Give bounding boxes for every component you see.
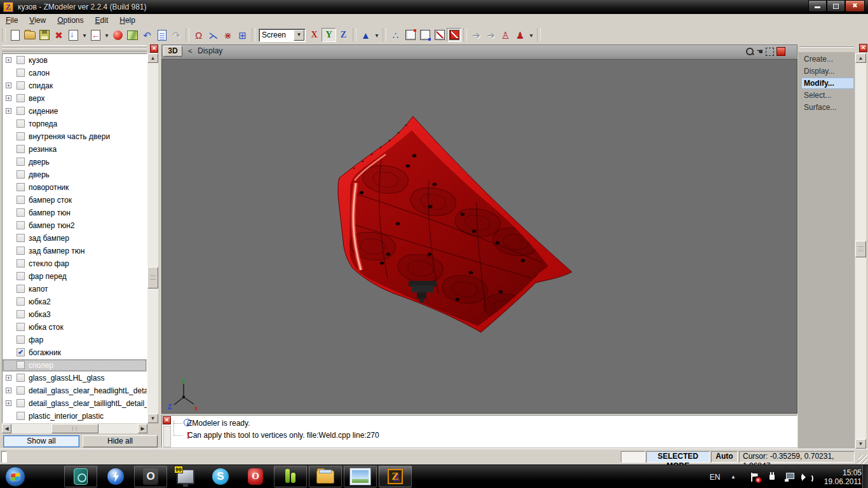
maximize-view-icon[interactable] bbox=[776, 47, 785, 56]
import-icon[interactable] bbox=[66, 28, 81, 42]
list-item-16[interactable]: стекло фар bbox=[3, 257, 147, 270]
opera-silver-taskbar-button[interactable]: O bbox=[134, 466, 167, 487]
notes-icon[interactable] bbox=[154, 28, 169, 42]
expand-icon[interactable]: + bbox=[6, 95, 11, 101]
list-item-2[interactable]: +спидак bbox=[3, 79, 147, 92]
character-dropdown[interactable]: ▾ bbox=[527, 28, 535, 42]
break-vertices-icon[interactable]: ⋇ bbox=[220, 28, 235, 42]
photo-viewer-taskbar-button[interactable] bbox=[344, 466, 377, 487]
zoom-icon[interactable] bbox=[746, 48, 754, 55]
list-item-28[interactable]: plastic_interior_plastic bbox=[3, 410, 147, 423]
breadcrumb[interactable]: Display bbox=[198, 46, 222, 55]
restore-button[interactable] bbox=[827, 0, 845, 12]
menu-file[interactable]: File bbox=[0, 14, 24, 26]
open-file-icon[interactable] bbox=[22, 28, 37, 42]
list-item-24[interactable]: сполер bbox=[3, 359, 147, 372]
visibility-checkbox[interactable] bbox=[17, 69, 25, 77]
visibility-checkbox[interactable] bbox=[17, 399, 25, 407]
zoom-extents-icon[interactable] bbox=[766, 48, 774, 56]
list-item-10[interactable]: поворотник bbox=[3, 181, 147, 194]
list-item-15[interactable]: зад бампер тюн bbox=[3, 245, 147, 257]
app-teal-taskbar-button[interactable] bbox=[64, 466, 97, 487]
gizmo-dropdown[interactable]: ▾ bbox=[373, 28, 381, 42]
expand-icon[interactable]: + bbox=[6, 400, 11, 406]
scroll-thumb[interactable] bbox=[51, 424, 98, 433]
list-item-11[interactable]: бампер сток bbox=[3, 194, 147, 207]
visibility-checkbox[interactable] bbox=[17, 56, 25, 64]
menu-help[interactable]: Help bbox=[114, 14, 141, 26]
visibility-checkbox[interactable] bbox=[17, 310, 25, 318]
qip-taskbar-button[interactable] bbox=[274, 466, 307, 487]
visibility-checkbox[interactable] bbox=[17, 234, 25, 242]
skype-taskbar-button[interactable]: S bbox=[204, 466, 237, 487]
list-item-26[interactable]: +detail_glass_clear_headlightL_detail_g bbox=[3, 384, 147, 397]
expand-icon[interactable]: + bbox=[6, 108, 11, 114]
pan-hand-icon[interactable]: ☚ bbox=[756, 48, 763, 55]
expand-icon[interactable]: + bbox=[6, 388, 11, 393]
right-panel-grip[interactable] bbox=[799, 45, 854, 50]
list-item-3[interactable]: +верх bbox=[3, 92, 147, 105]
start-button[interactable] bbox=[5, 466, 25, 487]
visibility-checkbox[interactable] bbox=[17, 259, 25, 268]
level-objects-icon[interactable] bbox=[447, 28, 461, 42]
visibility-checkbox[interactable] bbox=[17, 336, 25, 344]
expand-icon[interactable]: + bbox=[6, 375, 11, 381]
scroll-up-icon[interactable]: ▲ bbox=[855, 53, 866, 63]
trunk-model[interactable] bbox=[162, 59, 798, 414]
save-icon[interactable] bbox=[37, 28, 51, 42]
list-item-14[interactable]: зад бампер bbox=[3, 232, 147, 245]
visibility-checkbox[interactable] bbox=[17, 297, 25, 306]
messenger-monitor-taskbar-button[interactable]: 99 bbox=[169, 466, 202, 487]
redo-icon[interactable]: ↷ bbox=[169, 28, 184, 42]
undo-icon[interactable]: ↶ bbox=[140, 28, 154, 42]
visibility-checkbox[interactable] bbox=[17, 94, 25, 102]
list-item-1[interactable]: салон bbox=[3, 67, 147, 79]
show-all-button[interactable]: Show all bbox=[3, 435, 79, 447]
scroll-thumb[interactable] bbox=[855, 241, 866, 257]
right-panel-scrollbar[interactable]: ▲ ▼ bbox=[855, 53, 866, 449]
bone-tool-icon[interactable]: ➔ bbox=[469, 28, 484, 42]
combobox-dropdown-icon[interactable]: ▼ bbox=[294, 30, 304, 41]
texture-browser-icon[interactable] bbox=[125, 28, 140, 42]
right-panel-close-icon[interactable]: ✕ bbox=[859, 44, 867, 52]
log-scroll-strip[interactable] bbox=[163, 426, 171, 447]
axis-y-button[interactable]: Y bbox=[322, 28, 336, 42]
list-item-0[interactable]: +кузов bbox=[3, 54, 147, 67]
zmodeler-taskbar-taskbar-button[interactable]: Z bbox=[379, 466, 412, 487]
power-plug-icon[interactable] bbox=[766, 465, 778, 488]
visibility-checkbox[interactable] bbox=[17, 386, 25, 395]
list-item-25[interactable]: +glass_glassLHL_glass bbox=[3, 372, 147, 384]
clock[interactable]: 15:05 19.06.2011 bbox=[815, 465, 862, 488]
new-file-icon[interactable] bbox=[8, 28, 22, 42]
level-vertices-icon[interactable] bbox=[403, 28, 417, 42]
explorer-folder-taskbar-button[interactable] bbox=[309, 466, 342, 487]
network-icon[interactable] bbox=[783, 465, 796, 488]
list-item-7[interactable]: резинка bbox=[3, 143, 147, 156]
weld-magnet-icon[interactable]: Ω bbox=[191, 28, 206, 42]
view-mode-button[interactable]: 3D bbox=[163, 46, 182, 57]
visibility-checkbox[interactable] bbox=[17, 361, 25, 369]
daemon-tools-taskbar-button[interactable] bbox=[99, 466, 132, 487]
menu-options[interactable]: Options bbox=[51, 14, 89, 26]
visibility-checkbox[interactable] bbox=[17, 158, 25, 166]
visibility-checkbox[interactable] bbox=[17, 374, 25, 382]
skin-tool-icon[interactable]: ➔ bbox=[484, 28, 498, 42]
scroll-right-icon[interactable]: ▶ bbox=[138, 424, 147, 433]
list-item-17[interactable]: фар перед bbox=[3, 270, 147, 283]
material-sphere-icon[interactable] bbox=[111, 28, 125, 42]
level-edges-icon[interactable] bbox=[417, 28, 432, 42]
visibility-checkbox[interactable] bbox=[17, 183, 25, 191]
command-create[interactable]: Create... bbox=[802, 54, 853, 64]
minimize-button[interactable] bbox=[808, 0, 827, 12]
hide-all-button[interactable]: Hide all bbox=[83, 435, 158, 447]
list-item-18[interactable]: капот bbox=[3, 283, 147, 295]
animation-figure-icon[interactable]: ♙ bbox=[498, 28, 513, 42]
list-item-27[interactable]: +detail_glass_clear_taillightL_detail_gl… bbox=[3, 397, 147, 410]
visibility-checkbox[interactable] bbox=[17, 412, 25, 420]
list-item-4[interactable]: +сидение bbox=[3, 105, 147, 118]
expand-icon[interactable]: + bbox=[6, 57, 11, 63]
visibility-checkbox[interactable] bbox=[17, 221, 25, 229]
grid-snap-icon[interactable]: ⊞ bbox=[235, 28, 250, 42]
expand-icon[interactable]: + bbox=[6, 83, 11, 88]
list-item-6[interactable]: внутреняя часть двери bbox=[3, 130, 147, 143]
